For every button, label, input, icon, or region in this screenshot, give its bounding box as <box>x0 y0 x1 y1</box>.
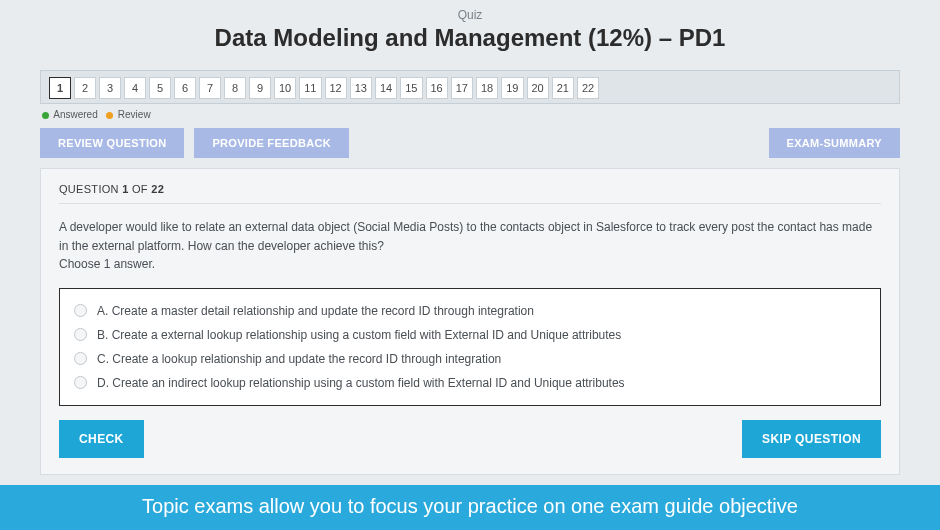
dot-answered-icon <box>42 112 49 119</box>
nav-item-1[interactable]: 1 <box>49 77 71 99</box>
question-label-prefix: QUESTION <box>59 183 122 195</box>
legend-review: Review <box>118 109 151 120</box>
nav-item-2[interactable]: 2 <box>74 77 96 99</box>
nav-item-12[interactable]: 12 <box>325 77 347 99</box>
nav-item-16[interactable]: 16 <box>426 77 448 99</box>
answers-box: A. Create a master detail relationship a… <box>59 288 881 406</box>
provide-feedback-button[interactable]: PROVIDE FEEDBACK <box>194 128 348 158</box>
nav-item-11[interactable]: 11 <box>299 77 321 99</box>
radio-icon <box>74 376 87 389</box>
answer-text: B. Create a external lookup relationship… <box>97 328 621 342</box>
bottom-banner: Topic exams allow you to focus your prac… <box>0 485 940 530</box>
answer-text: A. Create a master detail relationship a… <box>97 304 534 318</box>
legend-answered: Answered <box>53 109 97 120</box>
nav-item-3[interactable]: 3 <box>99 77 121 99</box>
nav-item-15[interactable]: 15 <box>400 77 422 99</box>
legend: Answered Review <box>40 107 900 128</box>
nav-item-14[interactable]: 14 <box>375 77 397 99</box>
answer-text: C. Create a lookup relationship and upda… <box>97 352 501 366</box>
nav-item-8[interactable]: 8 <box>224 77 246 99</box>
question-prompt-1: A developer would like to relate an exte… <box>59 220 872 253</box>
check-button[interactable]: CHECK <box>59 420 144 458</box>
question-prompt-2: Choose 1 answer. <box>59 257 155 271</box>
radio-icon <box>74 328 87 341</box>
question-counter: QUESTION 1 OF 22 <box>59 183 881 204</box>
answer-text: D. Create an indirect lookup relationshi… <box>97 376 625 390</box>
nav-item-10[interactable]: 10 <box>274 77 296 99</box>
nav-item-6[interactable]: 6 <box>174 77 196 99</box>
answer-option-B[interactable]: B. Create a external lookup relationship… <box>74 323 866 347</box>
exam-summary-button[interactable]: EXAM-SUMMARY <box>769 128 900 158</box>
nav-item-19[interactable]: 19 <box>501 77 523 99</box>
answer-option-D[interactable]: D. Create an indirect lookup relationshi… <box>74 371 866 395</box>
dot-review-icon <box>106 112 113 119</box>
question-nav: 12345678910111213141516171819202122 <box>40 70 900 104</box>
radio-icon <box>74 304 87 317</box>
question-of: OF <box>129 183 152 195</box>
skip-question-button[interactable]: SKIP QUESTION <box>742 420 881 458</box>
nav-item-20[interactable]: 20 <box>527 77 549 99</box>
quiz-label: Quiz <box>40 8 900 22</box>
nav-item-7[interactable]: 7 <box>199 77 221 99</box>
nav-item-18[interactable]: 18 <box>476 77 498 99</box>
quiz-title: Data Modeling and Management (12%) – PD1 <box>40 24 900 52</box>
nav-item-13[interactable]: 13 <box>350 77 372 99</box>
nav-item-9[interactable]: 9 <box>249 77 271 99</box>
nav-item-17[interactable]: 17 <box>451 77 473 99</box>
nav-item-4[interactable]: 4 <box>124 77 146 99</box>
radio-icon <box>74 352 87 365</box>
question-card: QUESTION 1 OF 22 A developer would like … <box>40 168 900 475</box>
nav-item-22[interactable]: 22 <box>577 77 599 99</box>
review-question-button[interactable]: REVIEW QUESTION <box>40 128 184 158</box>
answer-option-A[interactable]: A. Create a master detail relationship a… <box>74 299 866 323</box>
nav-item-21[interactable]: 21 <box>552 77 574 99</box>
question-total: 22 <box>151 183 164 195</box>
answer-option-C[interactable]: C. Create a lookup relationship and upda… <box>74 347 866 371</box>
nav-item-5[interactable]: 5 <box>149 77 171 99</box>
question-text: A developer would like to relate an exte… <box>59 218 881 274</box>
